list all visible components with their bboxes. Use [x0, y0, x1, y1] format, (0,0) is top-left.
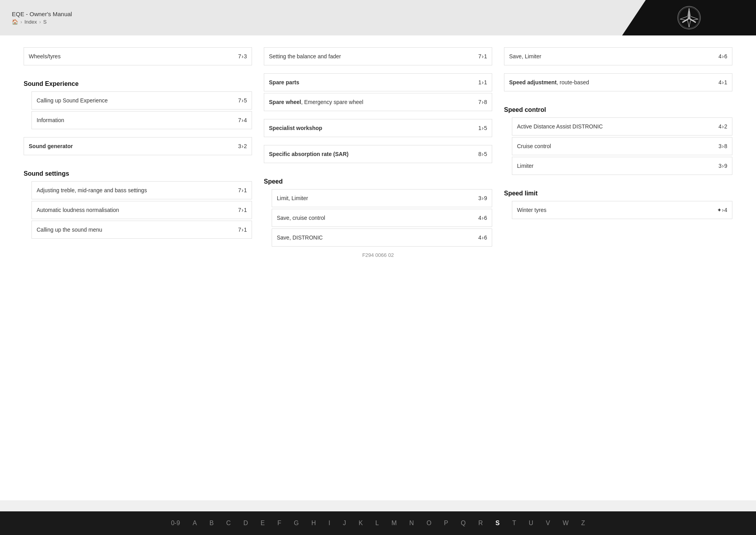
- column-1: Wheels/tyres 7›3 Sound Experience Callin…: [24, 47, 252, 248]
- entry-page: 7›5: [238, 97, 247, 104]
- entry-balance-fader[interactable]: Setting the balance and fader 7›1: [264, 47, 492, 65]
- entry-speed-adjustment[interactable]: Speed adjustment, route-based 4›1: [504, 73, 732, 91]
- entry-spare-wheel[interactable]: Spare wheel, Emergency spare wheel 7›8: [264, 93, 492, 111]
- entry-label: Speed adjustment, route-based: [509, 79, 715, 85]
- breadcrumb-sep2: ›: [39, 19, 41, 25]
- entry-sar[interactable]: Specific absorption rate (SAR) 8›5: [264, 145, 492, 163]
- entry-save-cruise[interactable]: Save, cruise control 4›6: [272, 209, 492, 227]
- entry-cruise-control[interactable]: Cruise control 3›8: [512, 137, 732, 155]
- svg-point-2: [687, 16, 690, 19]
- entry-label: Winter tyres: [517, 207, 713, 213]
- alpha-z[interactable]: Z: [580, 518, 586, 528]
- column-2: Setting the balance and fader 7›1 Spare …: [264, 47, 492, 248]
- entry-page: ✦›4: [717, 207, 727, 213]
- entry-label: Cruise control: [517, 143, 715, 149]
- breadcrumb-current: S: [43, 19, 47, 25]
- entry-label: Automatic loudness normalisation: [37, 207, 234, 213]
- alpha-w[interactable]: W: [562, 518, 569, 528]
- entry-specialist-workshop[interactable]: Specialist workshop 1›5: [264, 119, 492, 137]
- header-text: EQE - Owner's Manual 🏠 › Index › S: [0, 0, 622, 35]
- entry-distronic[interactable]: Active Distance Assist DISTRONIC 4›2: [512, 117, 732, 136]
- alpha-e[interactable]: E: [260, 518, 266, 528]
- entry-calling-sound-experience[interactable]: Calling up Sound Experience 7›5: [32, 91, 252, 110]
- alpha-q[interactable]: Q: [460, 518, 466, 528]
- entry-limit-limiter[interactable]: Limit, Limiter 3›9: [272, 189, 492, 207]
- alpha-09[interactable]: 0-9: [170, 518, 181, 528]
- alpha-k[interactable]: K: [358, 518, 364, 528]
- entry-label: Spare parts: [269, 79, 474, 85]
- entry-label: Specific absorption rate (SAR): [269, 151, 474, 157]
- alpha-p[interactable]: P: [443, 518, 449, 528]
- entry-label: Adjusting treble, mid-range and bass set…: [37, 187, 234, 193]
- entry-label: Sound generator: [29, 143, 234, 149]
- breadcrumb-index[interactable]: Index: [24, 19, 37, 25]
- entry-adjusting-treble[interactable]: Adjusting treble, mid-range and bass set…: [32, 181, 252, 199]
- entry-winter-tyres[interactable]: Winter tyres ✦›4: [512, 201, 732, 219]
- alpha-m[interactable]: M: [391, 518, 397, 528]
- entry-label: Save, DISTRONIC: [277, 234, 474, 241]
- section-sound-experience: Sound Experience: [24, 73, 252, 91]
- entry-label: Active Distance Assist DISTRONIC: [517, 123, 715, 130]
- entry-page: 4›6: [478, 234, 487, 241]
- alpha-d[interactable]: D: [243, 518, 249, 528]
- mercedes-logo: [677, 6, 701, 30]
- alphabet-bar: 0-9 A B C D E F G H I J K L M N O P Q R …: [0, 511, 756, 535]
- section-speed-limit: Speed limit: [504, 183, 732, 201]
- alpha-n[interactable]: N: [409, 518, 415, 528]
- alpha-i[interactable]: I: [328, 518, 331, 528]
- entry-page: 4›2: [719, 123, 727, 130]
- alpha-r[interactable]: R: [478, 518, 484, 528]
- main-content: Wheels/tyres 7›3 Sound Experience Callin…: [0, 35, 756, 500]
- entry-calling-sound-menu[interactable]: Calling up the sound menu 7›1: [32, 221, 252, 239]
- entry-label: Limiter: [517, 163, 715, 169]
- entry-page: 4›1: [719, 79, 727, 85]
- entry-label: Save, cruise control: [277, 215, 474, 221]
- entry-page: 8›5: [478, 151, 487, 157]
- alpha-u[interactable]: U: [528, 518, 534, 528]
- alpha-c[interactable]: C: [226, 518, 232, 528]
- entry-page: 3›9: [478, 195, 487, 201]
- entry-label: Calling up Sound Experience: [37, 97, 234, 104]
- alpha-j[interactable]: J: [342, 518, 347, 528]
- alpha-s[interactable]: S: [495, 518, 500, 528]
- alpha-l[interactable]: L: [374, 518, 380, 528]
- entry-page: 7›1: [238, 227, 247, 233]
- entry-label: Spare wheel, Emergency spare wheel: [269, 99, 474, 105]
- entry-information[interactable]: Information 7›4: [32, 111, 252, 129]
- entry-label: Wheels/tyres: [29, 53, 234, 59]
- entry-page: 3›8: [719, 143, 727, 149]
- entry-label: Information: [37, 117, 234, 123]
- entry-page: 7›1: [478, 53, 487, 59]
- alpha-f[interactable]: F: [276, 518, 282, 528]
- entry-page: 1›1: [478, 79, 487, 85]
- entry-page: 7›8: [478, 99, 487, 105]
- entry-page: 7›1: [238, 187, 247, 193]
- alpha-g[interactable]: G: [293, 518, 299, 528]
- entry-page: 1›5: [478, 125, 487, 131]
- alpha-t[interactable]: T: [511, 518, 517, 528]
- home-icon[interactable]: 🏠: [12, 19, 18, 25]
- entry-save-limiter[interactable]: Save, Limiter 4›6: [504, 47, 732, 65]
- entry-label: Limit, Limiter: [277, 195, 474, 201]
- alpha-h[interactable]: H: [311, 518, 317, 528]
- index-columns: Wheels/tyres 7›3 Sound Experience Callin…: [24, 47, 732, 248]
- entry-label: Setting the balance and fader: [269, 53, 474, 59]
- entry-spare-parts[interactable]: Spare parts 1›1: [264, 73, 492, 91]
- section-speed-control: Speed control: [504, 99, 732, 117]
- alpha-b[interactable]: B: [209, 518, 215, 528]
- entry-label: Save, Limiter: [509, 53, 715, 59]
- entry-wheels-tyres[interactable]: Wheels/tyres 7›3: [24, 47, 252, 65]
- alpha-o[interactable]: O: [426, 518, 432, 528]
- entry-auto-loudness[interactable]: Automatic loudness normalisation 7›1: [32, 201, 252, 219]
- entry-sound-generator[interactable]: Sound generator 3›2: [24, 137, 252, 155]
- column-3: Save, Limiter 4›6 Speed adjustment, rout…: [504, 47, 732, 248]
- alpha-a[interactable]: A: [192, 518, 198, 528]
- breadcrumb: 🏠 › Index › S: [12, 19, 610, 25]
- alpha-v[interactable]: V: [545, 518, 551, 528]
- entry-save-distronic[interactable]: Save, DISTRONIC 4›6: [272, 228, 492, 247]
- entry-limiter[interactable]: Limiter 3›9: [512, 157, 732, 175]
- entry-page: 7›1: [238, 207, 247, 213]
- entry-label: Calling up the sound menu: [37, 227, 234, 233]
- footer-code: F294 0066 02: [24, 248, 732, 286]
- breadcrumb-sep1: ›: [20, 19, 22, 25]
